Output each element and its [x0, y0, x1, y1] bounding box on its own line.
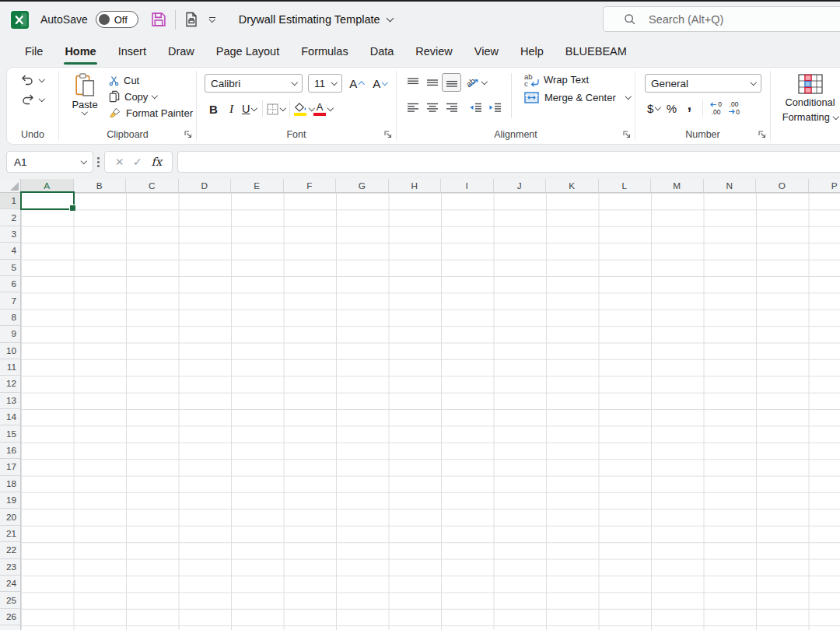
row-header-8[interactable]: 8 — [0, 310, 20, 326]
increase-indent-button[interactable] — [485, 98, 505, 117]
wrap-text-button[interactable]: ab c Wrap Text — [524, 73, 630, 86]
enter-button[interactable]: ✓ — [133, 156, 142, 168]
tab-bluebeam[interactable]: BLUEBEAM — [555, 40, 638, 62]
autosave-toggle[interactable]: Off — [96, 11, 138, 28]
row-header-24[interactable]: 24 — [0, 576, 20, 592]
tab-draw[interactable]: Draw — [157, 40, 205, 62]
column-header-C[interactable]: C — [126, 179, 179, 192]
comma-style-button[interactable]: , — [681, 99, 698, 117]
bold-button[interactable]: B — [205, 100, 222, 118]
row-header-7[interactable]: 7 — [0, 292, 20, 309]
row-header-14[interactable]: 14 — [0, 409, 20, 425]
clipboard-dialog-launcher[interactable] — [184, 131, 192, 138]
fill-color-button[interactable] — [294, 100, 314, 118]
insert-function-button[interactable]: fx — [152, 156, 163, 168]
row-header-10[interactable]: 10 — [0, 343, 20, 359]
tab-insert[interactable]: Insert — [107, 40, 157, 62]
column-header-G[interactable]: G — [336, 179, 389, 192]
column-header-D[interactable]: D — [179, 179, 232, 192]
row-header-13[interactable]: 13 — [0, 393, 20, 409]
row-header-3[interactable]: 3 — [0, 226, 20, 243]
number-format-select[interactable]: General — [645, 74, 761, 93]
column-header-F[interactable]: F — [284, 179, 337, 192]
cancel-button[interactable]: ✕ — [115, 156, 124, 168]
font-color-button[interactable]: A — [313, 100, 333, 118]
copy-button[interactable]: Copy — [109, 90, 193, 103]
fill-handle[interactable] — [69, 205, 76, 212]
tab-help[interactable]: Help — [509, 40, 555, 62]
formula-input[interactable] — [177, 151, 840, 173]
save-button[interactable] — [151, 12, 166, 27]
conditional-formatting-button[interactable]: Conditional Formatting — [771, 74, 840, 124]
decrease-font-size-button[interactable]: A — [371, 74, 389, 93]
tab-view[interactable]: View — [464, 40, 509, 62]
top-align-button[interactable] — [403, 73, 422, 92]
column-header-L[interactable]: L — [599, 179, 652, 192]
underline-button[interactable]: U — [240, 100, 258, 118]
print-preview-button[interactable] — [184, 12, 198, 27]
row-header-23[interactable]: 23 — [0, 559, 20, 576]
row-header-27[interactable]: 27 — [0, 625, 20, 630]
increase-decimal-button[interactable]: 0 .00 — [707, 99, 725, 117]
format-painter-button[interactable]: Format Painter — [109, 107, 193, 119]
row-header-15[interactable]: 15 — [0, 425, 20, 442]
row-header-20[interactable]: 20 — [0, 509, 20, 525]
tab-review[interactable]: Review — [404, 40, 464, 62]
align-right-button[interactable] — [442, 98, 461, 117]
column-header-A[interactable]: A — [21, 179, 74, 192]
row-header-26[interactable]: 26 — [0, 609, 20, 625]
orientation-button[interactable]: ab — [466, 73, 487, 92]
align-left-button[interactable] — [403, 98, 422, 117]
undo-button[interactable] — [7, 75, 58, 86]
row-header-16[interactable]: 16 — [0, 443, 20, 459]
percent-style-button[interactable]: % — [663, 99, 681, 117]
row-header-22[interactable]: 22 — [0, 542, 20, 558]
tab-formulas[interactable]: Formulas — [290, 40, 359, 62]
row-header-9[interactable]: 9 — [0, 326, 20, 342]
tab-home[interactable]: Home — [54, 40, 107, 62]
active-cell-selection[interactable] — [20, 191, 75, 210]
alignment-dialog-launcher[interactable] — [623, 131, 631, 138]
row-header-5[interactable]: 5 — [0, 260, 20, 276]
column-header-J[interactable]: J — [494, 179, 547, 192]
column-header-H[interactable]: H — [389, 179, 442, 192]
column-header-O[interactable]: O — [756, 179, 809, 192]
number-dialog-launcher[interactable] — [758, 131, 766, 138]
column-header-N[interactable]: N — [704, 179, 757, 192]
row-header-1[interactable]: 1 — [0, 193, 20, 209]
row-header-21[interactable]: 21 — [0, 526, 20, 542]
font-size-select[interactable]: 11 — [308, 74, 342, 93]
search-input[interactable] — [647, 12, 821, 26]
row-header-11[interactable]: 11 — [0, 359, 20, 376]
tab-data[interactable]: Data — [359, 40, 405, 62]
row-header-17[interactable]: 17 — [0, 459, 20, 475]
row-header-25[interactable]: 25 — [0, 592, 20, 608]
column-header-I[interactable]: I — [441, 179, 494, 192]
accounting-format-button[interactable]: $ — [645, 99, 663, 117]
increase-font-size-button[interactable]: A — [348, 74, 366, 93]
row-header-4[interactable]: 4 — [0, 243, 20, 259]
column-header-B[interactable]: B — [74, 179, 127, 192]
merge-center-button[interactable]: Merge & Center — [524, 92, 630, 103]
column-header-M[interactable]: M — [651, 179, 704, 192]
bottom-align-button[interactable] — [442, 73, 461, 92]
row-header-19[interactable]: 19 — [0, 492, 20, 509]
select-all-button[interactable] — [0, 179, 21, 193]
row-header-12[interactable]: 12 — [0, 376, 20, 392]
tab-file[interactable]: File — [14, 40, 54, 62]
column-header-P[interactable]: P — [809, 179, 840, 192]
search-box[interactable] — [603, 6, 840, 32]
cut-button[interactable]: Cut — [109, 75, 193, 86]
italic-button[interactable]: I — [222, 100, 240, 118]
font-dialog-launcher[interactable] — [384, 131, 392, 138]
font-name-select[interactable]: Calibri — [205, 74, 303, 93]
column-header-E[interactable]: E — [231, 179, 284, 192]
cell-area[interactable] — [21, 193, 840, 630]
tab-page-layout[interactable]: Page Layout — [205, 40, 290, 62]
middle-align-button[interactable] — [422, 73, 442, 92]
redo-button[interactable] — [7, 94, 58, 105]
document-title[interactable]: Drywall Estimating Template — [239, 13, 393, 26]
row-header-6[interactable]: 6 — [0, 276, 20, 292]
decrease-indent-button[interactable] — [466, 98, 485, 117]
row-header-2[interactable]: 2 — [0, 209, 20, 226]
